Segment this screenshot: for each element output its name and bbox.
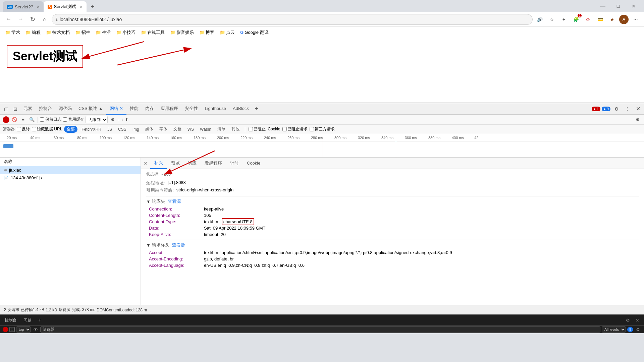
filter-css-btn[interactable]: CSS xyxy=(116,126,128,132)
filter-fetch-xhr-btn[interactable]: Fetch/XHR xyxy=(79,126,103,132)
bookmark-技术文档[interactable]: 📁 技术文档 xyxy=(44,28,72,37)
filter-clear-btn[interactable]: 清单 xyxy=(215,126,227,133)
detail-tab-cookies[interactable]: Cookie xyxy=(243,158,264,169)
tab-2[interactable]: S Servlet测试 ✕ xyxy=(44,1,87,12)
settings-more-btn[interactable]: ··· xyxy=(631,14,641,24)
request-headers-toggle[interactable]: ▼ xyxy=(146,243,151,248)
edge-copilot-btn[interactable]: ✦ xyxy=(559,14,569,24)
forward-button[interactable]: → xyxy=(15,14,25,24)
adblock-icon[interactable]: ⊘ xyxy=(583,14,593,24)
favorites-btn[interactable]: ☆ xyxy=(547,14,557,24)
minimize-button[interactable]: — xyxy=(595,1,610,11)
filter-wasm-btn[interactable]: Wasm xyxy=(198,126,213,132)
console-panel-settings-btn[interactable]: ⚙ xyxy=(635,326,641,333)
filter-font-btn[interactable]: 字体 xyxy=(157,126,169,133)
network-panel-settings-btn[interactable]: ⚙ xyxy=(634,116,641,123)
console-tab-btn[interactable]: 控制台 xyxy=(3,316,19,324)
devtools-tab-css[interactable]: CSS 概述 ▲ xyxy=(75,103,106,115)
hide-data-urls-checkbox[interactable]: 隐藏数据 URL xyxy=(32,126,62,132)
bookmark-点云[interactable]: 📁 点云 xyxy=(217,28,237,37)
network-settings-btn[interactable]: ⚙ xyxy=(109,116,116,123)
detail-tab-response[interactable]: 响应 xyxy=(184,158,201,169)
reverse-checkbox[interactable]: 反转 xyxy=(17,126,30,132)
bookmark-编程[interactable]: 📁 编程 xyxy=(23,28,43,37)
filter-other-btn[interactable]: 其他 xyxy=(229,126,241,133)
devtools-tab-performance[interactable]: 性能 xyxy=(126,103,142,115)
bookmark-学术[interactable]: 📁 学术 xyxy=(3,28,22,37)
blocked-cookies-checkbox[interactable]: 已阻止: Cookie xyxy=(249,126,280,132)
home-button[interactable]: ⌂ xyxy=(40,14,50,24)
bookmark-生活[interactable]: 📁 生活 xyxy=(93,28,113,37)
record-btn[interactable] xyxy=(3,327,8,332)
devtools-tab-sources[interactable]: 源代码 xyxy=(55,103,75,115)
third-party-checkbox[interactable]: 第三方请求 xyxy=(310,126,335,132)
response-headers-toggle[interactable]: ▼ xyxy=(146,199,151,204)
tab2-close[interactable]: ✕ xyxy=(79,5,83,9)
dt-dock-btn[interactable]: ▢ xyxy=(1,104,11,114)
context-select[interactable]: top xyxy=(16,326,31,333)
network-search-btn[interactable]: 🔍 xyxy=(28,116,36,123)
levels-select[interactable]: All levels xyxy=(602,326,626,333)
detail-tab-initiator[interactable]: 发起程序 xyxy=(201,158,226,169)
network-clear-btn[interactable]: 🚫 xyxy=(11,116,18,123)
extensions-btn[interactable]: 🧩 1 xyxy=(571,14,581,24)
file-item-jiuxiao[interactable]: ⊕ jiuxiao xyxy=(0,166,141,174)
devtools-tab-network[interactable]: 网络 ✕ xyxy=(106,103,127,115)
network-import-btn[interactable]: ⬆ xyxy=(125,117,128,122)
dt-more-btn[interactable]: ⋮ xyxy=(623,104,632,114)
disable-cache-checkbox[interactable]: 禁用缓存 xyxy=(63,117,84,122)
dt-close-btn[interactable]: ✕ xyxy=(633,104,643,114)
devtools-tab-adblock[interactable]: AdBlock xyxy=(229,103,252,115)
filter-ws-btn[interactable]: WS xyxy=(185,126,196,132)
bookmark-在线工具[interactable]: 📁 在线工具 xyxy=(139,28,167,37)
devtools-tab-console[interactable]: 控制台 xyxy=(36,103,55,115)
filter-js-btn[interactable]: JS xyxy=(105,126,114,132)
bookmark-google-translate[interactable]: G Google 翻译 xyxy=(238,28,271,37)
filter-all-btn[interactable]: 全部 xyxy=(64,126,77,133)
throttle-select[interactable]: 无限制 xyxy=(86,116,108,123)
blocked-requests-checkbox[interactable]: 已阻止请求 xyxy=(282,126,308,132)
devtools-tab-memory[interactable]: 内存 xyxy=(142,103,157,115)
address-box[interactable]: ℹ localhost:8088/Hello01/jiuxiao xyxy=(52,14,533,25)
devtools-tab-application[interactable]: 应用程序 xyxy=(157,103,181,115)
network-record-btn[interactable] xyxy=(3,116,9,123)
issues-tab-btn[interactable]: 问题 xyxy=(21,316,34,324)
add-panel-btn[interactable]: + xyxy=(36,316,43,324)
collections-btn[interactable]: ★ xyxy=(607,14,617,24)
preserve-log-checkbox[interactable]: 保留日志 xyxy=(40,117,61,122)
profile-avatar[interactable]: A xyxy=(619,15,629,24)
bookmark-招生[interactable]: 📁 招生 xyxy=(73,28,93,37)
tab-1[interactable]: On Servlet?? ✕ xyxy=(3,1,44,12)
stop-btn[interactable]: ⊘ xyxy=(9,327,15,332)
request-headers-view-source[interactable]: 查看源 xyxy=(172,242,185,248)
visibility-btn[interactable]: 👁 xyxy=(32,326,39,333)
detail-tab-preview[interactable]: 预览 xyxy=(167,158,184,169)
tab1-close[interactable]: ✕ xyxy=(37,5,40,9)
console-settings-btn[interactable]: ⚙ xyxy=(624,316,632,324)
filter-media-btn[interactable]: 媒体 xyxy=(143,126,155,133)
dt-settings-btn[interactable]: ⚙ xyxy=(612,104,621,114)
response-headers-view-source[interactable]: 查看源 xyxy=(168,198,181,204)
devtools-tab-security[interactable]: 安全性 xyxy=(181,103,201,115)
detail-tab-timing[interactable]: 计时 xyxy=(226,158,243,169)
filter-doc-btn[interactable]: 文档 xyxy=(171,126,183,133)
dt-undock-btn[interactable]: ⊡ xyxy=(11,104,20,114)
maximize-button[interactable]: □ xyxy=(610,1,626,11)
filter-input-area[interactable]: 筛选器 xyxy=(40,326,600,333)
bookmark-影音娱乐[interactable]: 📁 影音娱乐 xyxy=(168,28,196,37)
filter-img-btn[interactable]: Img xyxy=(130,126,141,132)
console-close-btn[interactable]: ✕ xyxy=(633,316,641,324)
reload-button[interactable]: ↻ xyxy=(28,14,38,24)
close-button[interactable]: ✕ xyxy=(626,1,641,11)
file-item-js[interactable]: 📄 134.43e880ef.js xyxy=(0,174,141,182)
devtools-tab-add[interactable]: + xyxy=(252,103,261,115)
detail-tab-headers[interactable]: 标头 xyxy=(150,158,167,169)
edge-wallet-btn[interactable]: 💳 xyxy=(595,14,605,24)
devtools-tab-lighthouse[interactable]: Lighthouse xyxy=(201,103,229,115)
back-button[interactable]: ← xyxy=(3,14,13,24)
bookmark-博客[interactable]: 📁 博客 xyxy=(197,28,217,37)
network-filter-btn[interactable]: ≡ xyxy=(19,116,27,123)
new-tab-button[interactable]: + xyxy=(88,2,97,11)
devtools-tab-elements[interactable]: 元素 xyxy=(20,103,36,115)
detail-tab-close-btn[interactable]: ✕ xyxy=(141,158,150,169)
